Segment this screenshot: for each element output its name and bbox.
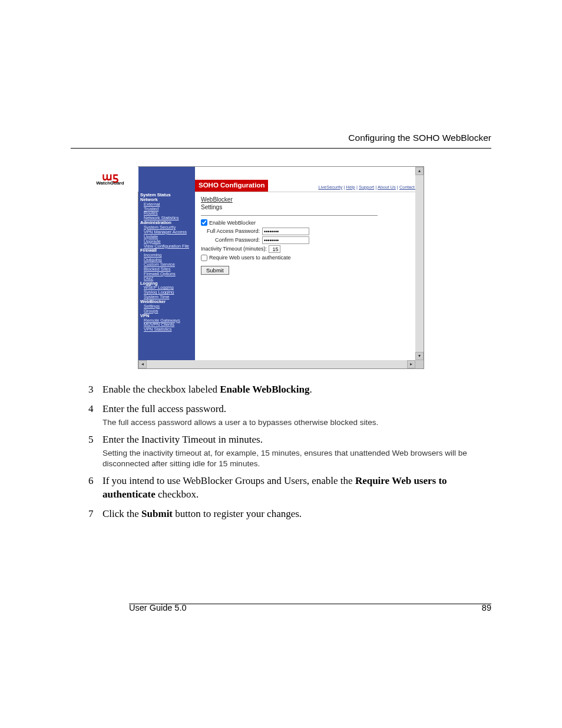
step-text-post: checkbox. bbox=[156, 489, 199, 500]
enable-webblocker-checkbox[interactable] bbox=[201, 219, 207, 226]
content-title-1: WebBlocker bbox=[201, 196, 418, 204]
content-area: WebBlocker Settings Enable WebBlocker Fu… bbox=[195, 192, 424, 278]
step-bold: Enable WebBlocking bbox=[220, 384, 309, 395]
step-4: 4 Enter the full access password. The fu… bbox=[88, 403, 491, 427]
step-text: If you intend to use WebBlocker Groups a… bbox=[103, 475, 355, 486]
scroll-corner bbox=[415, 360, 424, 368]
scroll-up-icon[interactable]: ▴ bbox=[415, 167, 424, 175]
require-auth-checkbox[interactable] bbox=[201, 255, 207, 261]
step-text-post: button to register your changes. bbox=[173, 508, 302, 519]
step-text: Enter the Inactivity Timeout in minutes. bbox=[103, 434, 263, 445]
header-rule bbox=[71, 148, 491, 149]
full-password-label: Full Access Password: bbox=[201, 228, 260, 235]
step-3: 3 Enable the checkbox labeled Enable Web… bbox=[88, 383, 491, 397]
scroll-left-icon[interactable]: ◂ bbox=[138, 360, 147, 368]
step-text-post: . bbox=[309, 384, 312, 395]
link-help[interactable]: Help bbox=[346, 185, 355, 190]
main-title: SOHO Configuration bbox=[195, 180, 268, 192]
step-text: Click the bbox=[103, 508, 141, 519]
link-support[interactable]: Support bbox=[359, 185, 374, 190]
inactivity-timeout-input[interactable] bbox=[269, 245, 280, 253]
step-5: 5 Enter the Inactivity Timeout in minute… bbox=[88, 433, 491, 469]
full-password-input[interactable] bbox=[262, 228, 309, 235]
scroll-right-icon[interactable]: ▸ bbox=[407, 360, 415, 368]
enable-webblocker-label: Enable WebBlocker bbox=[209, 219, 256, 226]
main-panel: SOHO Configuration LiveSecurity | Help |… bbox=[195, 167, 424, 368]
step-number: 7 bbox=[88, 508, 103, 521]
submit-button[interactable]: Submit bbox=[201, 266, 229, 275]
step-text: Enable the checkbox labeled bbox=[103, 384, 220, 395]
vertical-scrollbar[interactable]: ▴ ▾ bbox=[415, 167, 424, 360]
horizontal-scrollbar[interactable]: ◂ ▸ bbox=[138, 360, 415, 368]
link-about-us[interactable]: About Us bbox=[378, 185, 396, 190]
link-livesecurity[interactable]: LiveSecurity bbox=[318, 185, 342, 190]
watchguard-logo-icon: ɯƽ bbox=[102, 173, 118, 181]
require-auth-label: Require Web users to authenticate bbox=[209, 254, 290, 261]
inactivity-label: Inactivity Timeout (minutes): bbox=[201, 245, 267, 252]
step-note: The full access password allows a user a… bbox=[103, 417, 491, 428]
footer-page-number: 89 bbox=[482, 602, 491, 614]
step-number: 4 bbox=[88, 403, 103, 427]
step-7: 7 Click the Submit button to register yo… bbox=[88, 508, 491, 521]
app-screenshot: ɯƽ WatchGuard System Status Network Exte… bbox=[138, 166, 424, 369]
top-bar: SOHO Configuration LiveSecurity | Help |… bbox=[195, 167, 424, 192]
confirm-password-input[interactable] bbox=[262, 236, 309, 244]
logo-area: ɯƽ WatchGuard bbox=[82, 167, 138, 192]
step-text: Enter the full access password. bbox=[103, 403, 226, 414]
logo-text: WatchGuard bbox=[96, 181, 124, 186]
content-title-2: Settings bbox=[201, 203, 418, 212]
sidebar-nav: ɯƽ WatchGuard System Status Network Exte… bbox=[138, 167, 195, 368]
content-divider bbox=[201, 215, 378, 216]
scroll-down-icon[interactable]: ▾ bbox=[415, 352, 424, 360]
steps-list: 3 Enable the checkbox labeled Enable Web… bbox=[88, 383, 491, 521]
nav-vpn-statistics[interactable]: VPN Statistics bbox=[140, 327, 193, 332]
step-number: 6 bbox=[88, 475, 103, 502]
step-number: 5 bbox=[88, 433, 103, 469]
step-note: Setting the inactivity timeout at, for e… bbox=[103, 448, 491, 469]
footer-left: User Guide 5.0 bbox=[129, 602, 187, 614]
step-number: 3 bbox=[88, 383, 103, 397]
footer: User Guide 5.0 89 bbox=[129, 602, 491, 614]
step-bold: Submit bbox=[141, 508, 173, 519]
page-header-title: Configuring the SOHO WebBlocker bbox=[71, 132, 491, 144]
step-6: 6 If you intend to use WebBlocker Groups… bbox=[88, 475, 491, 502]
confirm-password-label: Confirm Password: bbox=[201, 236, 260, 243]
top-links: LiveSecurity | Help | Support | About Us… bbox=[318, 185, 421, 190]
